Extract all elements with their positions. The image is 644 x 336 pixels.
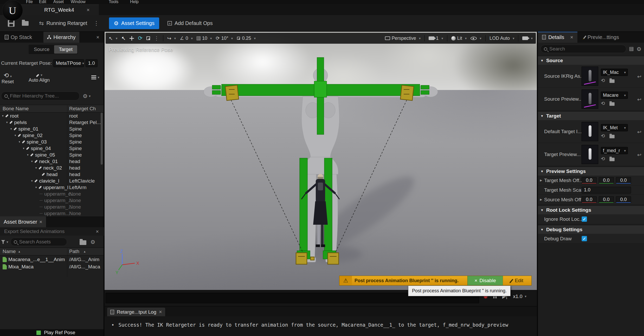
section-source[interactable]: ▼Source <box>538 56 644 65</box>
scale-snap-button[interactable]: 0.25▾ <box>237 36 256 41</box>
show-flags-button[interactable]: ▾ <box>471 36 481 40</box>
target-preview-thumbnail[interactable] <box>582 145 598 164</box>
bone-row[interactable]: upperarm_...None <box>0 197 101 204</box>
ignore-root-lock-checkbox[interactable]: ✓ <box>582 216 587 222</box>
browse-asset-icon[interactable] <box>609 135 615 138</box>
use-selected-icon[interactable]: ⟲ <box>601 77 605 83</box>
browse-asset-icon[interactable] <box>609 79 615 83</box>
menu-file[interactable]: File <box>26 0 33 4</box>
details-search-input[interactable] <box>549 46 609 52</box>
translate-snap-button[interactable]: ∠0▾ <box>180 35 193 41</box>
tab-details[interactable]: Details × <box>538 32 577 43</box>
col-bone-name[interactable]: Bone Name <box>3 106 29 112</box>
pose-weight-field[interactable]: 1.0 <box>86 59 98 67</box>
reset-to-default-icon[interactable]: ↩ <box>637 129 641 135</box>
asset-settings-gear-icon[interactable]: ⚙ <box>91 239 95 245</box>
select-tool-icon[interactable]: ↖ <box>121 35 126 41</box>
target-offset-z-field[interactable]: 0.0 <box>616 177 631 184</box>
filter-icon[interactable] <box>1 240 5 244</box>
close-details-icon[interactable]: × <box>570 34 573 40</box>
bone-row[interactable]: ▾pelvisRetarget Pel... <box>0 119 101 126</box>
grid-snap-button[interactable]: 10▾ <box>197 36 212 41</box>
target-offset-x-field[interactable]: 0.0 <box>582 177 597 184</box>
reset-button[interactable]: ⟲▾ Reset <box>2 72 14 85</box>
source-offset-x-field[interactable]: 0.0 <box>582 196 597 203</box>
section-debug[interactable]: ▼Debug Settings <box>538 225 644 234</box>
filter-hierarchy-input[interactable] <box>10 93 72 99</box>
browse-asset-icon[interactable] <box>609 158 615 161</box>
perspective-selector[interactable]: Perspective▾ <box>385 36 421 41</box>
target-toggle[interactable]: Target <box>54 45 77 54</box>
filter-hierarchy-box[interactable] <box>1 92 80 100</box>
retarget-pose-dropdown[interactable]: MetaTPose▾ <box>53 59 84 67</box>
tab-op-stack[interactable]: Op Stack <box>1 32 36 43</box>
menu-edit[interactable]: Edit <box>39 0 46 4</box>
debug-draw-checkbox[interactable]: ✓ <box>582 236 587 241</box>
default-target-thumbnail[interactable] <box>582 122 598 141</box>
close-icon[interactable]: × <box>96 229 99 235</box>
unreal-logo[interactable]: U <box>2 0 23 21</box>
expand-icon[interactable]: ▶ <box>540 198 542 201</box>
default-target-dropdown[interactable]: IK_Met▾ <box>601 124 628 131</box>
section-root-lock[interactable]: ▼Root Lock Settings <box>538 205 644 214</box>
menu-help[interactable]: Help <box>130 0 139 4</box>
search-assets-box[interactable] <box>10 238 67 246</box>
menu-tools[interactable]: Tools <box>109 0 118 4</box>
target-preview-dropdown[interactable]: f_med_r▾ <box>601 147 628 154</box>
bone-row[interactable]: ▾spine_01Spine <box>0 126 101 132</box>
disable-button[interactable]: ×Disable <box>467 276 503 285</box>
asset-row[interactable]: Macarena_...e__1__Anim /All/G..._Anim <box>0 256 101 263</box>
source-offset-z-field[interactable]: 0.0 <box>616 196 631 203</box>
screenshot-button[interactable]: ▾ <box>522 36 533 40</box>
source-ikrig-thumbnail[interactable] <box>582 67 598 86</box>
search-assets-input[interactable] <box>19 239 60 245</box>
menu-asset[interactable]: Asset <box>53 0 64 4</box>
use-selected-icon[interactable]: ⟲ <box>601 156 605 162</box>
playback-speed-selector[interactable]: x1.0 ▾ <box>513 294 526 299</box>
rotation-snap-button[interactable]: ⟳10°▾ <box>216 35 233 41</box>
viewport-3d[interactable]: ↖▾ ↖ ⟳ ⋮ ↪▾ ∠0▾ 10▾ ⟳10°▾ 0.25▾ Perspect… <box>105 32 537 290</box>
bone-row[interactable]: ▾spine_02Spine <box>0 132 101 139</box>
browse-to-asset-icon[interactable] <box>22 21 29 26</box>
reset-to-default-icon[interactable]: ↩ <box>637 96 641 102</box>
lod-selector[interactable]: LOD Auto▾ <box>490 36 514 41</box>
asset-tab-rtg-week4[interactable]: RTG_Week4 × <box>19 4 99 15</box>
bone-row[interactable]: ▾spine_03Spine <box>0 139 101 145</box>
reset-to-default-icon[interactable]: ↩ <box>637 152 641 158</box>
close-log-icon[interactable]: × <box>159 309 162 315</box>
edit-button[interactable]: Edit <box>503 276 531 285</box>
rotate-tool-icon[interactable]: ⟳ <box>138 35 143 41</box>
camera-speed-button[interactable]: 1▾ <box>429 36 443 41</box>
bone-row[interactable]: ▾upperarm_lLeftArm <box>0 184 101 191</box>
log-content[interactable]: • Success! The IK Retargeter is ready to… <box>105 316 537 336</box>
tree-scrollbar[interactable] <box>101 113 103 165</box>
scale-tool-icon[interactable] <box>146 36 150 40</box>
source-preview-dropdown[interactable]: Macare▾ <box>601 92 628 99</box>
transform-tool-selector[interactable]: ↖▾ <box>109 35 117 41</box>
details-settings-icon[interactable]: ⚙ <box>636 46 641 52</box>
play-ref-pose-bar[interactable]: Play Ref Pose <box>0 329 104 336</box>
col-name[interactable]: Name <box>3 249 16 254</box>
bone-row[interactable]: ▾spine_04Spine <box>0 145 101 152</box>
tool-options-icon[interactable]: ⋮ <box>154 35 159 41</box>
bone-row[interactable]: upperarm...None <box>0 210 101 217</box>
section-preview-settings[interactable]: ▼Preview Settings <box>538 167 644 176</box>
source-ikrig-dropdown[interactable]: IK_Mac▾ <box>601 69 628 76</box>
section-target[interactable]: ▼Target <box>538 111 644 120</box>
display-filter-icon[interactable] <box>629 47 633 51</box>
save-icon[interactable] <box>8 20 15 27</box>
close-panel-icon[interactable]: × <box>96 34 99 40</box>
kebab-menu-icon[interactable]: ⋮ <box>93 20 99 27</box>
menu-window[interactable]: Window <box>71 0 86 4</box>
use-selected-icon[interactable]: ⟲ <box>601 100 605 106</box>
coordinate-space-button[interactable]: ↪▾ <box>167 35 176 41</box>
details-search-box[interactable] <box>540 45 626 53</box>
close-asset-browser-icon[interactable]: × <box>39 219 42 225</box>
auto-align-button[interactable]: ▾ Auto Align <box>29 72 50 83</box>
move-tool-icon[interactable] <box>130 36 134 41</box>
target-offset-y-field[interactable]: 0.0 <box>599 177 614 184</box>
source-toggle[interactable]: Source <box>29 45 54 54</box>
add-default-ops-button[interactable]: + Add Default Ops <box>164 17 216 29</box>
source-preview-thumbnail[interactable] <box>582 89 598 109</box>
folder-icon[interactable] <box>80 240 86 245</box>
